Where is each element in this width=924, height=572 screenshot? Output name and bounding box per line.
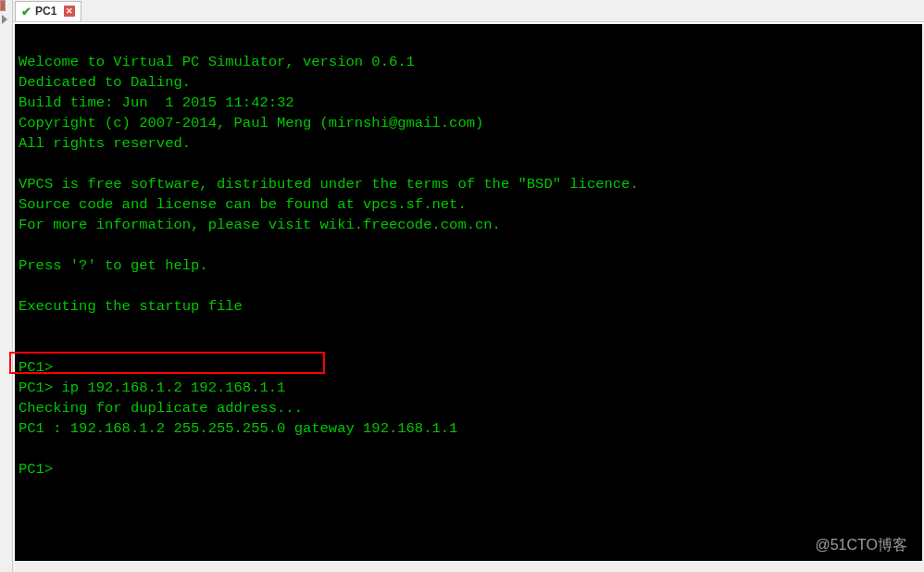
tab-pc1[interactable]: ✔ PC1 ✕ bbox=[15, 1, 81, 21]
expand-arrow-icon[interactable] bbox=[2, 15, 7, 24]
tab-label: PC1 bbox=[35, 5, 56, 18]
tab-bar: ✔ PC1 ✕ bbox=[0, 0, 924, 22]
left-gutter bbox=[0, 0, 13, 572]
check-icon: ✔ bbox=[21, 5, 31, 19]
watermark: @51CTO博客 bbox=[815, 536, 907, 555]
bottom-strip bbox=[13, 561, 924, 572]
close-icon[interactable]: ✕ bbox=[64, 6, 75, 17]
accent-marker bbox=[0, 0, 6, 11]
terminal-output[interactable]: Welcome to Virtual PC Simulator, version… bbox=[15, 24, 924, 561]
